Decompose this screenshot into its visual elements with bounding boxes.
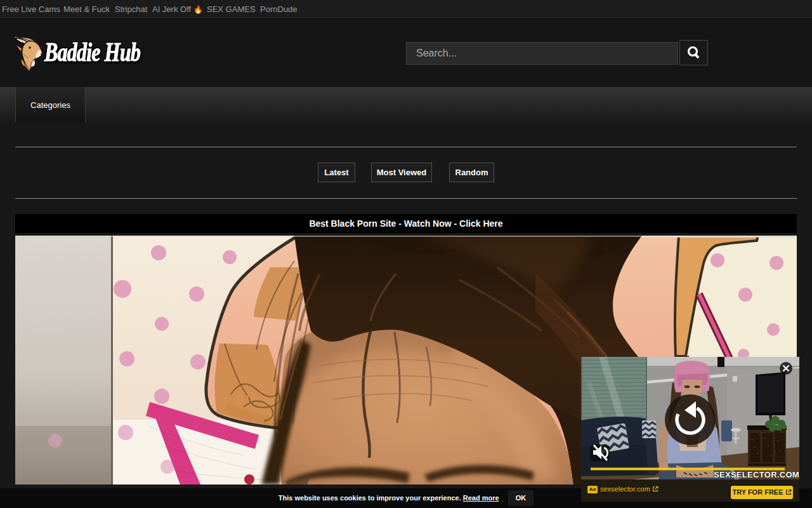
svg-text:SEXSELECTOR.COM: SEXSELECTOR.COM bbox=[714, 470, 799, 479]
